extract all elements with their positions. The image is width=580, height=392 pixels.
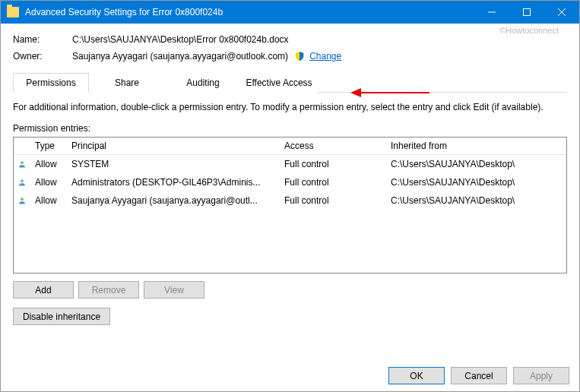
tab-permissions[interactable]: Permissions — [13, 73, 89, 93]
disable-inheritance-button[interactable]: Disable inheritance — [13, 308, 110, 325]
owner-value: Saujanya Ayyagari (saujanya.ayyagari@out… — [72, 51, 288, 62]
add-button[interactable]: Add — [13, 281, 74, 299]
entry-type: Allow — [30, 192, 67, 209]
change-owner-link[interactable]: Change — [309, 51, 341, 62]
titlebar: Advanced Security Settings for Error 0x8… — [1, 1, 579, 24]
footer-buttons: OK Cancel Apply — [388, 367, 569, 384]
tab-effective-access[interactable]: Effective Access — [241, 73, 317, 93]
name-row: Name: C:\Users\SAUJANYA\Desktop\Error 0x… — [13, 34, 567, 45]
folder-icon — [7, 7, 19, 17]
name-label: Name: — [13, 34, 72, 45]
user-icon — [14, 173, 30, 191]
window-controls — [474, 1, 579, 24]
entry-inherited: C:\Users\SAUJANYA\Desktop\ — [386, 156, 566, 172]
entry-inherited: C:\Users\SAUJANYA\Desktop\ — [386, 174, 566, 191]
owner-row: Owner: Saujanya Ayyagari (saujanya.ayyag… — [13, 51, 567, 62]
remove-button[interactable]: Remove — [78, 281, 139, 299]
apply-button[interactable]: Apply — [513, 367, 569, 384]
permission-entries-list[interactable]: Type Principal Access Inherited from All… — [13, 137, 567, 273]
shield-icon — [294, 51, 305, 62]
svg-rect-1 — [524, 9, 531, 16]
content-area: Name: C:\Users\SAUJANYA\Desktop\Error 0x… — [1, 24, 579, 333]
user-icon — [14, 191, 30, 210]
column-inherited[interactable]: Inherited from — [386, 138, 566, 154]
window-title: Advanced Security Settings for Error 0x8… — [25, 7, 474, 17]
permission-entry[interactable]: AllowSYSTEMFull controlC:\Users\SAUJANYA… — [14, 155, 566, 173]
svg-point-6 — [21, 198, 24, 201]
entry-type: Allow — [30, 156, 67, 172]
svg-point-4 — [21, 161, 24, 164]
tab-auditing[interactable]: Auditing — [165, 73, 241, 93]
ok-button[interactable]: OK — [388, 367, 445, 384]
tab-bar: Permissions Share Auditing Effective Acc… — [13, 72, 567, 93]
name-value: C:\Users\SAUJANYA\Desktop\Error 0x800f02… — [72, 34, 289, 45]
tab-share[interactable]: Share — [89, 73, 165, 93]
view-button[interactable]: View — [144, 281, 204, 299]
tab-content: For additional information, double-click… — [13, 93, 567, 325]
entry-access: Full control — [280, 174, 386, 191]
minimize-button[interactable] — [474, 1, 509, 24]
entry-buttons: Add Remove View — [13, 281, 567, 299]
entry-access: Full control — [280, 156, 386, 172]
user-icon — [14, 155, 30, 173]
maximize-button[interactable] — [509, 1, 544, 24]
svg-point-5 — [21, 179, 24, 182]
column-access[interactable]: Access — [280, 138, 386, 154]
entries-label: Permission entries: — [13, 123, 567, 134]
entry-principal: SYSTEM — [67, 156, 280, 172]
entries-header: Type Principal Access Inherited from — [14, 138, 566, 155]
entry-type: Allow — [30, 174, 67, 191]
owner-label: Owner: — [13, 51, 72, 62]
cancel-button[interactable]: Cancel — [451, 367, 507, 384]
permission-entry[interactable]: AllowSaujanya Ayyagari (saujanya.ayyagar… — [14, 191, 566, 210]
entry-access: Full control — [280, 192, 386, 209]
entry-principal: Administrators (DESKTOP-GIL46P3\Adminis.… — [67, 174, 280, 191]
close-button[interactable] — [544, 1, 579, 24]
entry-principal: Saujanya Ayyagari (saujanya.ayyagari@out… — [67, 192, 280, 209]
column-principal[interactable]: Principal — [67, 138, 280, 154]
permission-entry[interactable]: AllowAdministrators (DESKTOP-GIL46P3\Adm… — [14, 173, 566, 191]
column-type[interactable]: Type — [30, 138, 67, 154]
info-text: For additional information, double-click… — [13, 102, 567, 112]
entry-inherited: C:\Users\SAUJANYA\Desktop\ — [386, 192, 566, 209]
